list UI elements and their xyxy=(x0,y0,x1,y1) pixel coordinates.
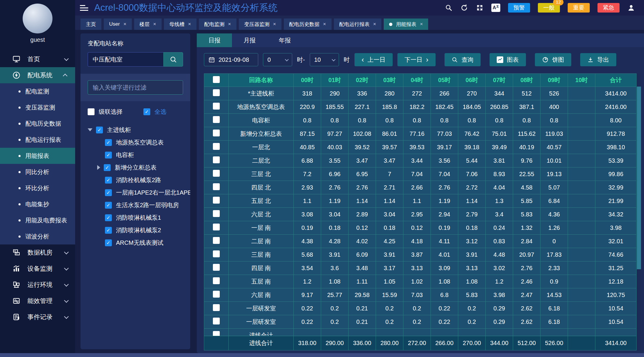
horizontal-scrollbar[interactable] xyxy=(0,353,644,357)
report-tab-日报[interactable]: 日报 xyxy=(197,33,232,47)
row-checkbox[interactable] xyxy=(213,291,220,298)
row-checkbox[interactable] xyxy=(213,264,220,271)
export-button[interactable]: 导出 xyxy=(580,53,616,66)
tree-checkbox[interactable]: ✓ xyxy=(105,152,112,159)
sidebar-item-数据机房[interactable]: 数据机房 xyxy=(0,244,75,261)
row-checkbox[interactable] xyxy=(213,304,220,311)
sidebar-item-谐波分析[interactable]: 谐波分析 xyxy=(0,228,75,244)
close-icon[interactable]: × xyxy=(228,21,231,27)
alarm-button-4[interactable]: 紧急 xyxy=(597,3,620,13)
alarm-button-2[interactable]: 一般12 xyxy=(538,3,560,13)
tree-checkbox[interactable]: ✓ xyxy=(105,227,112,234)
sidebar-item-同比分析[interactable]: 同比分析 xyxy=(0,164,75,180)
avatar[interactable] xyxy=(23,4,52,33)
tab-配电监测[interactable]: 配电监测× xyxy=(199,19,236,30)
tree-checkbox[interactable]: ✓ xyxy=(105,239,112,246)
tree-checkbox[interactable]: ✓ xyxy=(104,164,111,171)
tree-checkbox[interactable]: ✓ xyxy=(105,177,112,184)
row-checkbox[interactable] xyxy=(213,224,220,230)
tree-node-新增分立柜总表[interactable]: ✓新增分立柜总表 xyxy=(97,161,187,174)
next-day-button[interactable]: 下一日› xyxy=(397,53,436,66)
sidebar-item-配电系统[interactable]: 配电系统 xyxy=(0,67,75,83)
sidebar-item-运行环境[interactable]: 运行环境 xyxy=(0,277,75,293)
tree-checkbox[interactable]: ✓ xyxy=(105,139,112,146)
tab-楼层[interactable]: 楼层× xyxy=(134,19,162,30)
tree-expand-icon[interactable] xyxy=(97,165,100,170)
tree-node-消防喷淋机械泵2[interactable]: ✓消防喷淋机械泵2 xyxy=(105,224,187,236)
row-checkbox[interactable] xyxy=(213,197,220,204)
close-icon[interactable]: × xyxy=(153,21,156,27)
sidebar-item-设备监测[interactable]: 设备监测 xyxy=(0,261,75,277)
tree-filter-input[interactable] xyxy=(88,80,183,95)
row-checkbox[interactable] xyxy=(213,250,220,257)
hour-from-select[interactable]: 0 xyxy=(263,53,292,66)
tree-checkbox[interactable]: ✓ xyxy=(96,127,103,133)
tab-配电运行报表[interactable]: 配电运行报表× xyxy=(334,19,382,30)
station-input[interactable] xyxy=(88,52,163,67)
vertical-scrollbar[interactable] xyxy=(637,73,641,350)
row-checkbox[interactable] xyxy=(213,318,220,324)
tree-node-ARCM无线表测试[interactable]: ✓ARCM无线表测试 xyxy=(105,236,187,249)
sidebar-item-配电历史数据[interactable]: 配电历史数据 xyxy=(0,116,75,132)
row-checkbox[interactable] xyxy=(213,210,220,217)
hamburger-menu-icon[interactable] xyxy=(80,5,88,11)
translate-icon[interactable]: A文 xyxy=(491,4,500,12)
row-checkbox[interactable] xyxy=(213,170,220,177)
sidebar-item-配电运行报表[interactable]: 配电运行报表 xyxy=(0,132,75,148)
row-checkbox[interactable] xyxy=(213,183,220,190)
report-tab-月报[interactable]: 月报 xyxy=(232,33,267,47)
close-icon[interactable]: × xyxy=(188,21,191,27)
row-checkbox[interactable] xyxy=(213,103,220,110)
query-button[interactable]: 查询 xyxy=(445,53,481,66)
user-icon[interactable] xyxy=(627,4,635,12)
row-checkbox[interactable] xyxy=(213,89,220,96)
alarm-button-1[interactable]: 预警 xyxy=(508,3,530,13)
fullscreen-icon[interactable] xyxy=(476,4,484,12)
refresh-icon[interactable] xyxy=(460,4,468,12)
tab-变压器监测[interactable]: 变压器监测× xyxy=(239,19,281,30)
tree-expand-icon[interactable] xyxy=(88,128,92,131)
row-checkbox[interactable] xyxy=(213,277,220,284)
station-search-button[interactable] xyxy=(163,52,183,67)
tree-node-电容柜[interactable]: ✓电容柜 xyxy=(105,149,187,161)
scrollbar-thumb[interactable] xyxy=(637,87,641,269)
sidebar-item-首页[interactable]: 首页 xyxy=(0,51,75,67)
chart-button[interactable]: 图表 xyxy=(490,53,526,66)
tab-主页[interactable]: 主页 xyxy=(80,19,101,30)
tree-node-消防栓机械泵2路[interactable]: ✓消防栓机械泵2路 xyxy=(105,174,187,186)
tab-User[interactable]: User× xyxy=(104,19,132,30)
date-picker[interactable]: 2021-09-08 xyxy=(204,53,258,66)
tree-node-地源热泵空调总表[interactable]: ✓地源热泵空调总表 xyxy=(105,136,187,149)
row-checkbox[interactable] xyxy=(213,143,220,150)
alarm-button-3[interactable]: 重要 xyxy=(568,3,590,13)
search-icon[interactable] xyxy=(445,4,453,12)
tree-checkbox[interactable]: ✓ xyxy=(105,202,112,209)
close-icon[interactable]: × xyxy=(420,21,423,27)
row-checkbox[interactable] xyxy=(213,116,220,123)
sidebar-item-配电监测[interactable]: 配电监测 xyxy=(0,83,75,99)
sidebar-item-用能及电费报表[interactable]: 用能及电费报表 xyxy=(0,212,75,228)
tab-配电历史数据[interactable]: 配电历史数据× xyxy=(284,19,332,30)
close-icon[interactable]: × xyxy=(123,21,126,27)
tree-node-一层南1APE2右一层北1APE1左[interactable]: ✓一层南1APE2右一层北1APE1左 xyxy=(105,186,187,199)
tree-node-生活水泵2路一层弱电房[interactable]: ✓生活水泵2路一层弱电房 xyxy=(105,199,187,211)
close-icon[interactable]: × xyxy=(373,21,376,27)
tree-checkbox[interactable]: ✓ xyxy=(105,214,112,221)
row-checkbox[interactable] xyxy=(213,156,220,163)
tree-checkbox[interactable]: ✓ xyxy=(105,189,112,196)
tree-node-主进线柜[interactable]: ✓主进线柜 xyxy=(88,124,187,136)
sidebar-item-能效管理[interactable]: 能效管理 xyxy=(0,293,75,309)
prev-day-button[interactable]: ‹上一日 xyxy=(354,53,393,66)
sidebar-item-环比分析[interactable]: 环比分析 xyxy=(0,180,75,196)
close-icon[interactable]: × xyxy=(323,21,326,27)
select-all-checkbox[interactable]: ✓ xyxy=(143,108,150,115)
sidebar-item-用能报表[interactable]: 用能报表 xyxy=(0,148,75,164)
close-icon[interactable]: × xyxy=(273,21,276,27)
tree-node-消防喷淋机械泵1[interactable]: ✓消防喷淋机械泵1 xyxy=(105,211,187,224)
sidebar-item-事件记录[interactable]: 事件记录 xyxy=(0,309,75,325)
hour-to-select[interactable]: 10 xyxy=(310,53,339,66)
pie-button[interactable]: 饼图 xyxy=(535,53,571,66)
report-tab-年报[interactable]: 年报 xyxy=(267,33,302,47)
tab-母线槽[interactable]: 母线槽× xyxy=(164,19,196,30)
row-checkbox[interactable] xyxy=(213,237,220,244)
